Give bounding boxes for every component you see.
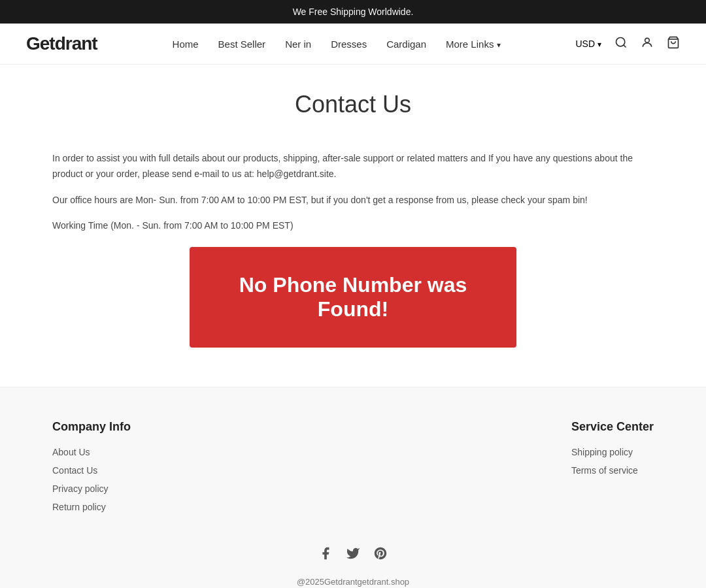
header: Getdrant Home Best Seller Ner in Dresses… — [0, 24, 706, 65]
nav-home[interactable]: Home — [173, 39, 199, 50]
nav-more-links[interactable]: More Links — [446, 39, 501, 50]
contact-body-2: Our office hours are Mon- Sun. from 7:00… — [52, 193, 654, 208]
nav-ner-in[interactable]: Ner in — [285, 39, 311, 50]
footer-shipping-policy[interactable]: Shipping policy — [571, 447, 654, 457]
search-button[interactable] — [614, 36, 628, 52]
nav-dresses[interactable]: Dresses — [331, 39, 367, 50]
page-title: Contact Us — [52, 91, 654, 118]
footer-privacy-policy[interactable]: Privacy policy — [52, 483, 131, 494]
account-button[interactable] — [641, 36, 654, 52]
svg-point-2 — [645, 38, 650, 42]
footer-copyright: @2025Getdrantgetdrant.shop — [52, 577, 654, 587]
company-info-title: Company Info — [52, 420, 131, 434]
account-icon — [641, 36, 654, 49]
service-center-col: Service Center Shipping policy Terms of … — [571, 420, 654, 520]
footer-about-us[interactable]: About Us — [52, 447, 131, 457]
footer-social — [52, 546, 654, 564]
chevron-down-icon — [497, 39, 501, 50]
nav-cardigan[interactable]: Cardigan — [386, 39, 426, 50]
phone-number-banner: No Phone Number was Found! — [190, 247, 516, 348]
service-center-title: Service Center — [571, 420, 654, 434]
currency-selector[interactable]: USD — [575, 39, 601, 49]
currency-chevron-icon — [597, 39, 601, 49]
footer-terms-of-service[interactable]: Terms of service — [571, 465, 654, 476]
cart-icon — [667, 36, 680, 49]
svg-line-1 — [624, 44, 626, 47]
top-banner: We Free Shipping Worldwide. — [0, 0, 706, 24]
header-actions: USD — [575, 36, 680, 52]
contact-body-3: Working Time (Mon. - Sun. from 7:00 AM t… — [52, 218, 654, 234]
footer: Company Info About Us Contact Us Privacy… — [0, 387, 706, 588]
facebook-icon[interactable] — [318, 546, 333, 564]
contact-body-1: In order to assist you with full details… — [52, 151, 654, 182]
logo[interactable]: Getdrant — [26, 33, 97, 54]
footer-columns: Company Info About Us Contact Us Privacy… — [52, 420, 654, 520]
company-info-col: Company Info About Us Contact Us Privacy… — [52, 420, 131, 520]
cart-button[interactable] — [667, 36, 680, 52]
twitter-icon[interactable] — [346, 546, 360, 564]
banner-text: We Free Shipping Worldwide. — [293, 7, 414, 17]
main-nav: Home Best Seller Ner in Dresses Cardigan… — [173, 39, 501, 50]
svg-point-0 — [616, 37, 625, 46]
footer-contact-us[interactable]: Contact Us — [52, 465, 131, 476]
footer-return-policy[interactable]: Return policy — [52, 502, 131, 512]
main-content: Contact Us In order to assist you with f… — [0, 65, 706, 387]
search-icon — [614, 36, 628, 49]
pinterest-icon[interactable] — [373, 546, 388, 564]
nav-best-seller[interactable]: Best Seller — [218, 39, 266, 50]
